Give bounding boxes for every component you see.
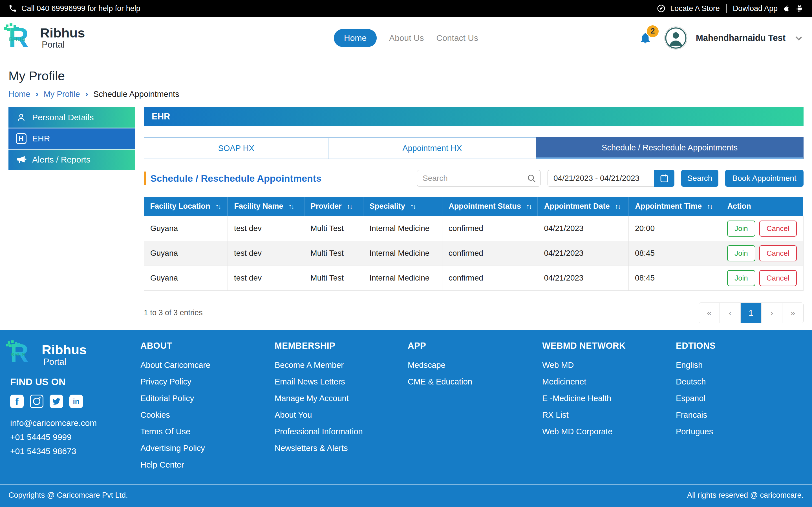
- sort-icon[interactable]: ↑↓: [289, 202, 294, 210]
- footer-link[interactable]: Medicinenet: [542, 377, 676, 386]
- sidebar-item-alerts-reports[interactable]: Alerts / Reports: [8, 150, 135, 170]
- footer-link[interactable]: Email News Letters: [274, 377, 408, 386]
- cancel-button[interactable]: Cancel: [759, 270, 797, 286]
- col-provider: Provider: [311, 202, 342, 211]
- twitter-icon[interactable]: [50, 395, 63, 408]
- cancel-button[interactable]: Cancel: [759, 245, 797, 262]
- footer-column-webmd-network: WEBMD NETWORK Web MD Medicinenet E -Medi…: [542, 341, 676, 477]
- pagination-page-1[interactable]: 1: [741, 303, 762, 323]
- date-range-input[interactable]: [548, 170, 654, 187]
- col-action: Action: [727, 202, 751, 211]
- ribhus-logo-icon: R BHUS: [8, 24, 36, 52]
- footer-link[interactable]: Espanol: [676, 394, 716, 403]
- main-nav: Home About Us Contact Us: [334, 29, 478, 47]
- calendar-icon: [659, 173, 669, 183]
- page-body: My Profile Home › My Profile › Schedule …: [0, 59, 812, 330]
- sort-icon[interactable]: ↑↓: [410, 202, 416, 210]
- user-avatar[interactable]: [664, 26, 688, 50]
- tab-appointment-hx[interactable]: Appointment HX: [328, 137, 536, 159]
- pagination-first[interactable]: «: [699, 303, 720, 323]
- footer-link[interactable]: Deutsch: [676, 377, 716, 386]
- footer-link[interactable]: Newsletters & Alerts: [274, 444, 408, 453]
- hospital-icon: H: [16, 133, 27, 144]
- join-button[interactable]: Join: [727, 270, 755, 286]
- apple-icon[interactable]: [782, 4, 791, 13]
- facebook-icon[interactable]: f: [10, 395, 24, 408]
- ehr-panel: EHR SOAP HX Appointment HX Schedule / Re…: [144, 107, 804, 323]
- footer-link[interactable]: Terms Of Use: [140, 427, 274, 436]
- search-input[interactable]: [417, 170, 541, 187]
- section-title: Schedule / Reschedule Appointments: [144, 172, 321, 185]
- breadcrumb-my-profile[interactable]: My Profile: [44, 90, 80, 99]
- sidebar-item-personal-details[interactable]: Personal Details: [8, 107, 135, 128]
- breadcrumb-home[interactable]: Home: [8, 90, 30, 99]
- join-button[interactable]: Join: [727, 245, 755, 262]
- footer-link[interactable]: Manage My Account: [274, 394, 408, 403]
- pagination-last[interactable]: »: [782, 303, 803, 323]
- nav-home[interactable]: Home: [334, 29, 377, 47]
- notification-bell-icon[interactable]: 2: [639, 32, 652, 45]
- sidebar-item-ehr[interactable]: H EHR: [8, 128, 135, 149]
- footer-link[interactable]: Francais: [676, 410, 716, 420]
- sort-icon[interactable]: ↑↓: [707, 202, 712, 210]
- footer-brand-logo[interactable]: R BHUS Ribhus Portal: [10, 341, 140, 369]
- footer-link[interactable]: RX List: [542, 410, 676, 420]
- join-button[interactable]: Join: [727, 221, 755, 237]
- date-range-picker: [548, 170, 674, 187]
- user-icon: [16, 112, 27, 123]
- footer-link[interactable]: Advertising Policy: [140, 444, 274, 453]
- nav-contact-us[interactable]: Contact Us: [437, 33, 478, 43]
- footer-link[interactable]: English: [676, 360, 716, 370]
- contact-email[interactable]: info@caricomcare.com: [10, 418, 140, 428]
- footer-link[interactable]: Medscape: [408, 360, 542, 370]
- book-appointment-button[interactable]: Book Appointment: [725, 170, 804, 187]
- linkedin-icon[interactable]: in: [69, 395, 83, 408]
- pagination-next[interactable]: ›: [762, 303, 782, 323]
- app-header: R BHUS Ribhus Portal Home About Us Conta…: [0, 17, 812, 59]
- sort-icon[interactable]: ↑↓: [526, 202, 531, 210]
- footer-link[interactable]: Professional Information: [274, 427, 408, 436]
- footer-link[interactable]: Web MD: [542, 360, 676, 370]
- search-button[interactable]: Search: [681, 170, 718, 187]
- sort-icon[interactable]: ↑↓: [347, 202, 352, 210]
- search-icon[interactable]: [527, 173, 536, 183]
- topbar-divider: [726, 4, 726, 13]
- nav-about-us[interactable]: About Us: [389, 33, 424, 43]
- footer-link[interactable]: About You: [274, 410, 408, 420]
- col-appointment-time: Appointment Time: [635, 202, 702, 211]
- footer-link[interactable]: Help Center: [140, 460, 274, 469]
- phone-icon: [8, 4, 17, 13]
- brand-logo[interactable]: R BHUS Ribhus Portal: [8, 24, 85, 52]
- col-appointment-status: Appointment Status: [449, 202, 521, 211]
- cancel-button[interactable]: Cancel: [759, 221, 797, 237]
- footer-link[interactable]: Portugues: [676, 427, 716, 436]
- breadcrumb-separator-icon: ›: [85, 89, 88, 98]
- chevron-down-icon[interactable]: [794, 33, 804, 43]
- instagram-icon[interactable]: [30, 395, 43, 408]
- user-name[interactable]: Mahendharnaidu Test: [696, 33, 785, 43]
- sort-icon[interactable]: ↑↓: [215, 202, 221, 210]
- brand-name: Ribhus: [42, 343, 87, 356]
- footer-link[interactable]: Editorial Policy: [140, 394, 274, 403]
- footer-link[interactable]: Privacy Policy: [140, 377, 274, 386]
- sort-icon[interactable]: ↑↓: [615, 202, 620, 210]
- footer-link[interactable]: E -Medicine Health: [542, 394, 676, 403]
- download-app-link[interactable]: Dowload App: [733, 4, 777, 13]
- footer-link[interactable]: About Caricomcare: [140, 360, 274, 370]
- contact-phone-2[interactable]: +01 54345 98673: [10, 446, 140, 456]
- breadcrumb-current: Schedule Appointments: [93, 90, 179, 99]
- tab-soap-hx[interactable]: SOAP HX: [144, 137, 328, 159]
- footer-bottom-bar: Copyrights @ Caricomcare Pvt Ltd. All ri…: [0, 484, 812, 507]
- footer-link[interactable]: Cookies: [140, 410, 274, 420]
- locate-store-link[interactable]: Locate A Store: [670, 4, 720, 13]
- footer-link[interactable]: Become A Member: [274, 360, 408, 370]
- pagination-prev[interactable]: ‹: [720, 303, 741, 323]
- calendar-button[interactable]: [654, 170, 674, 187]
- footer-link[interactable]: CME & Education: [408, 377, 542, 386]
- contact-phone-1[interactable]: +01 54445 9999: [10, 432, 140, 442]
- tab-schedule-reschedule[interactable]: Schedule / Reschedule Appointments: [536, 137, 804, 159]
- android-icon[interactable]: [795, 4, 804, 13]
- footer-link[interactable]: Web MD Corporate: [542, 427, 676, 436]
- megaphone-icon: [16, 154, 27, 165]
- col-speciality: Speciality: [370, 202, 405, 211]
